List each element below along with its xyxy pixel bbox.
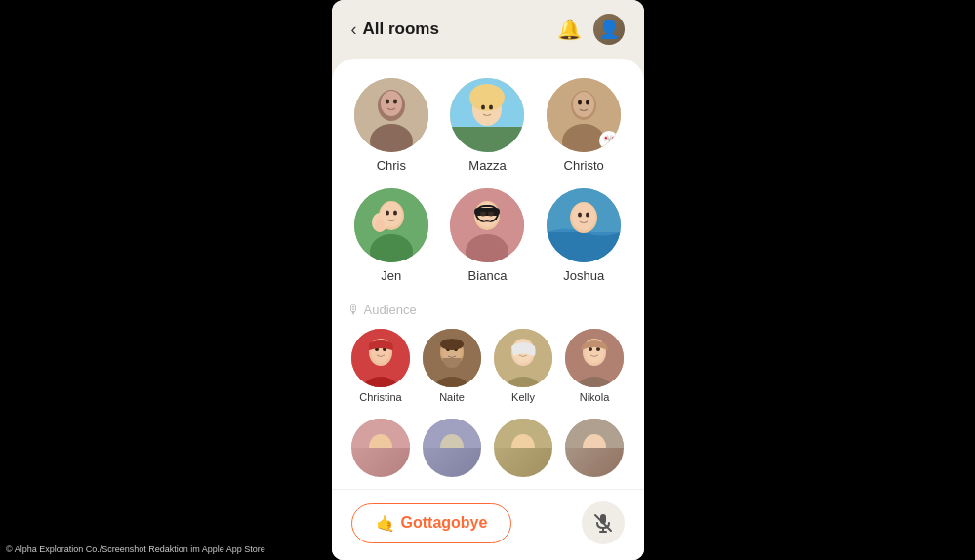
speaker-avatar-mazza <box>450 78 524 152</box>
audience-avatar-naite <box>423 329 481 387</box>
speakers-grid: Chris Mazza <box>347 78 629 283</box>
svg-point-10 <box>481 105 485 110</box>
speaker-item[interactable]: Bianca <box>443 188 532 283</box>
svg-point-39 <box>586 213 589 218</box>
speaker-avatar-christo: 🎌 <box>547 78 621 152</box>
audience-item-partial[interactable] <box>419 419 486 477</box>
audience-avatar-partial-1 <box>351 419 410 477</box>
audience-name-nikola: Nikola <box>580 391 610 403</box>
back-button[interactable]: ‹ <box>351 20 357 40</box>
wave-emoji: 🤙 <box>376 514 395 533</box>
speaker-name-bianca: Bianca <box>468 268 508 283</box>
svg-point-22 <box>386 211 389 216</box>
audience-avatar-partial-3 <box>494 419 552 477</box>
audience-item[interactable]: Nikola <box>561 329 629 403</box>
speaker-name-joshua: Joshua <box>563 268 604 283</box>
svg-point-5 <box>393 100 397 104</box>
speaker-avatar-jen <box>354 188 428 262</box>
svg-point-64 <box>596 347 600 351</box>
svg-point-23 <box>393 211 397 216</box>
speaker-avatar-joshua <box>547 188 621 262</box>
speaker-name-mazza: Mazza <box>468 158 506 173</box>
speaker-name-christo: Christo <box>564 158 604 173</box>
audience-item-partial[interactable] <box>561 419 629 477</box>
mic-small-icon: 🎙 <box>347 302 360 317</box>
audience-avatar-nikola <box>565 329 624 387</box>
svg-point-25 <box>375 219 385 232</box>
svg-point-4 <box>386 100 389 104</box>
speaker-name-jen: Jen <box>381 268 401 283</box>
speaker-name-chris: Chris <box>377 158 406 173</box>
svg-point-52 <box>440 339 464 350</box>
audience-name-kelly: Kelly <box>511 391 535 403</box>
speaker-item[interactable]: Jen <box>347 188 436 283</box>
phone-container: ‹ All rooms 🔔 👤 <box>332 0 644 560</box>
audience-name-naite: Naite <box>439 391 465 403</box>
audience-item[interactable]: Kelly <box>490 329 557 403</box>
page-title: All rooms <box>363 20 439 39</box>
gottagobye-label: Gottagobye <box>401 514 488 532</box>
speaker-item[interactable]: 🎌 Christo <box>540 78 629 173</box>
audience-item[interactable]: Naite <box>419 329 486 403</box>
flag-badge: 🎌 <box>599 131 619 150</box>
header-right: 🔔 👤 <box>557 14 625 45</box>
speaker-avatar-bianca <box>450 188 524 262</box>
partial-audience-row <box>347 419 629 477</box>
audience-item-partial[interactable] <box>490 419 557 477</box>
speaker-avatar-chris <box>354 78 428 152</box>
svg-point-37 <box>572 203 595 230</box>
svg-rect-35 <box>547 232 621 262</box>
audience-grid: Christina Naite <box>347 329 629 403</box>
svg-point-9 <box>469 84 505 111</box>
audience-avatar-partial-4 <box>565 419 624 477</box>
svg-rect-7 <box>450 127 524 152</box>
copyright-text: © Alpha Exploration Co./Screenshot Redak… <box>0 542 271 556</box>
svg-point-15 <box>573 92 594 117</box>
svg-point-11 <box>489 105 493 110</box>
main-card: Chris Mazza <box>332 59 644 560</box>
bottom-bar: 🤙 Gottagobye <box>332 489 644 560</box>
svg-point-63 <box>589 347 592 351</box>
audience-item-partial[interactable] <box>347 419 415 477</box>
speaker-item[interactable]: Chris <box>347 78 436 173</box>
user-avatar[interactable]: 👤 <box>593 14 625 45</box>
mute-button[interactable] <box>582 501 625 544</box>
speaker-item[interactable]: Mazza <box>443 78 532 173</box>
svg-point-16 <box>578 100 582 105</box>
svg-rect-74 <box>600 514 606 524</box>
svg-point-38 <box>578 213 582 218</box>
svg-point-17 <box>586 100 589 105</box>
audience-name-christina: Christina <box>359 391 401 403</box>
svg-point-3 <box>381 91 402 116</box>
mic-off-icon <box>592 512 614 534</box>
notification-bell-icon[interactable]: 🔔 <box>557 18 582 41</box>
audience-avatar-kelly <box>494 329 552 387</box>
header: ‹ All rooms 🔔 👤 <box>332 0 644 55</box>
gottagobye-button[interactable]: 🤙 Gottagobye <box>351 503 512 543</box>
audience-avatar-partial-2 <box>423 419 481 477</box>
audience-label: 🎙 Audience <box>347 302 629 317</box>
svg-point-32 <box>480 212 486 217</box>
svg-point-33 <box>488 212 494 217</box>
header-left: ‹ All rooms <box>351 20 439 40</box>
audience-item[interactable]: Christina <box>347 329 415 403</box>
audience-avatar-christina <box>351 329 410 387</box>
speaker-item[interactable]: Joshua <box>540 188 629 283</box>
